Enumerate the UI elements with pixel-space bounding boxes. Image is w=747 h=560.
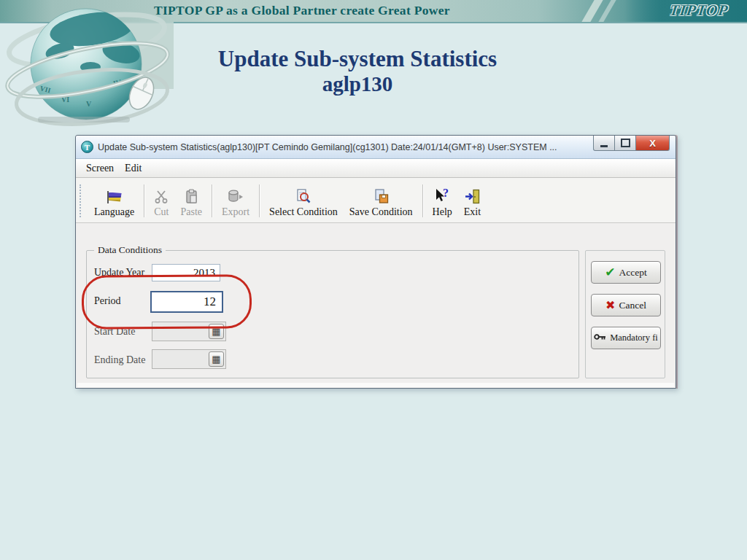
toolbar-separator — [144, 184, 144, 217]
menu-bar: Screen Edit — [76, 159, 676, 178]
svg-text:V: V — [86, 100, 92, 108]
help-cursor-icon: ? — [433, 187, 451, 206]
svg-text:?: ? — [443, 187, 449, 199]
export-database-icon — [227, 187, 244, 206]
exit-door-icon — [464, 187, 481, 206]
data-conditions-groupbox: Data Conditions Update Year Period Start… — [86, 250, 579, 378]
select-condition-icon — [295, 187, 311, 206]
toolbar-label: Exit — [464, 206, 481, 218]
minimize-icon — [600, 145, 608, 147]
action-button-panel: ✔ Accept ✖ Cancel — [585, 250, 665, 378]
toolbar-label: Language — [94, 206, 134, 218]
ending-date-input: ▦ — [152, 349, 226, 369]
toolbar-separator — [259, 184, 260, 217]
toolbar-cut-button: Cut — [148, 181, 174, 221]
calendar-icon: ▦ — [209, 351, 224, 367]
toolbar-label: Export — [222, 206, 249, 218]
save-condition-icon — [373, 187, 390, 206]
accept-button[interactable]: ✔ Accept — [591, 261, 661, 284]
toolbar-label: Select Condition — [269, 206, 338, 218]
cut-scissors-icon — [154, 187, 169, 206]
toolbar-label: Paste — [180, 206, 202, 218]
slide: TIPTOP GP as a Global Partner create Gre… — [0, 0, 747, 560]
page-title-line1: Update Sub-system Statistics — [0, 46, 731, 72]
start-date-input: ▦ — [152, 322, 226, 341]
toolbar-label: Cut — [154, 206, 169, 218]
close-button[interactable]: X — [635, 136, 670, 151]
period-label: Period — [94, 295, 121, 307]
calendar-icon: ▦ — [209, 324, 224, 339]
toolbar-language-button[interactable]: Language — [88, 181, 140, 221]
form-area: Data Conditions Update Year Period Start… — [76, 223, 676, 388]
language-flag-icon — [107, 187, 122, 206]
toolbar-save-condition-button[interactable]: Save Condition — [344, 181, 419, 221]
accept-label: Accept — [619, 267, 647, 279]
groupbox-legend: Data Conditions — [94, 244, 166, 256]
toolbar-grip-icon[interactable] — [80, 184, 84, 217]
tiptop-logo: TIPTOP — [668, 1, 729, 20]
toolbar-exit-button[interactable]: Exit — [458, 181, 487, 221]
toolbar-separator — [422, 184, 423, 217]
window-title: Update Sub-system Statistics(aglp130)[PT… — [98, 142, 557, 152]
cancel-label: Cancel — [619, 300, 646, 311]
start-date-label: Start Date — [94, 326, 135, 338]
key-icon — [594, 332, 606, 343]
toolbar-separator — [212, 184, 212, 217]
update-year-label: Update Year — [94, 267, 144, 279]
window-titlebar[interactable]: T Update Sub-system Statistics(aglp130)[… — [76, 136, 676, 159]
toolbar: Language Cut — [76, 178, 676, 223]
page-title: Update Sub-system Statistics aglp130 — [0, 46, 731, 96]
window-bottom-strip — [77, 383, 674, 387]
check-icon: ✔ — [605, 266, 615, 279]
toolbar-select-condition-button[interactable]: Select Condition — [263, 181, 344, 221]
menu-screen[interactable]: Screen — [85, 161, 123, 176]
band-slogan: TIPTOP GP as a Global Partner create Gre… — [154, 3, 450, 18]
toolbar-help-button[interactable]: ? Help — [427, 181, 458, 221]
toolbar-export-button: Export — [216, 181, 255, 221]
toolbar-label: Help — [433, 206, 452, 218]
toolbar-label: Save Condition — [349, 206, 413, 218]
app-icon[interactable]: T — [81, 141, 93, 153]
page-title-line2: aglp130 — [0, 72, 731, 96]
mandatory-fields-button[interactable]: Mandatory fi — [591, 327, 661, 349]
cross-icon: ✖ — [605, 300, 615, 311]
toolbar-paste-button: Paste — [174, 181, 208, 221]
period-input[interactable] — [150, 291, 223, 313]
paste-clipboard-icon — [185, 187, 198, 206]
menu-edit[interactable]: Edit — [123, 161, 151, 176]
maximize-icon — [621, 139, 630, 147]
minimize-button[interactable] — [593, 136, 615, 151]
app-window: T Update Sub-system Statistics(aglp130)[… — [75, 135, 676, 389]
mandatory-label: Mandatory fi — [610, 332, 658, 343]
update-year-input[interactable] — [152, 264, 220, 281]
maximize-button[interactable] — [614, 136, 636, 151]
ending-date-label: Ending Date — [94, 354, 145, 366]
cancel-button[interactable]: ✖ Cancel — [591, 294, 661, 316]
window-caption-buttons: X — [594, 136, 670, 151]
